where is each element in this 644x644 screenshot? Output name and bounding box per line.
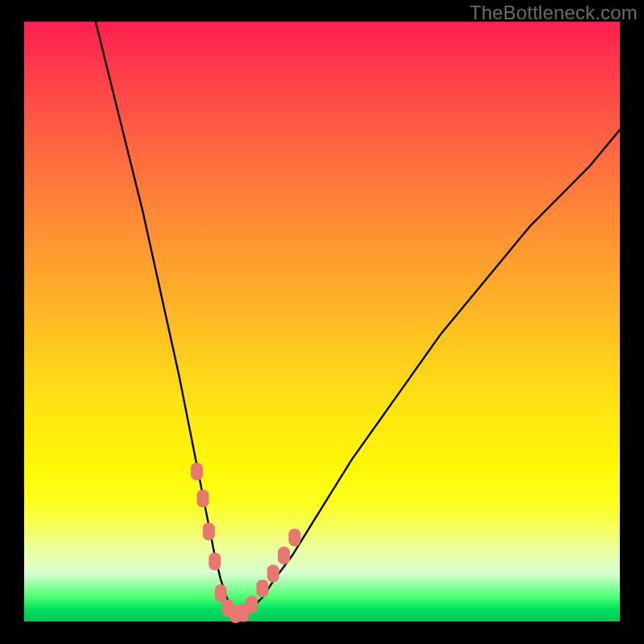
chart-svg bbox=[24, 22, 620, 621]
right-marker-2 bbox=[267, 564, 279, 582]
bottom-1 bbox=[215, 584, 227, 602]
left-marker-3 bbox=[203, 522, 215, 540]
right-marker-1 bbox=[257, 580, 269, 597]
right-marker-4 bbox=[288, 529, 300, 547]
left-marker-1 bbox=[191, 463, 203, 481]
chart-plot-area bbox=[24, 22, 620, 621]
left-marker-4 bbox=[208, 553, 221, 571]
watermark-text: TheBottleneck.com bbox=[469, 2, 638, 24]
bottleneck-curve bbox=[96, 22, 620, 616]
chart-markers bbox=[191, 463, 300, 623]
chart-frame: TheBottleneck.com bbox=[0, 0, 644, 644]
left-marker-2 bbox=[197, 489, 209, 507]
bottom-5 bbox=[246, 596, 258, 613]
right-marker-3 bbox=[278, 547, 290, 564]
